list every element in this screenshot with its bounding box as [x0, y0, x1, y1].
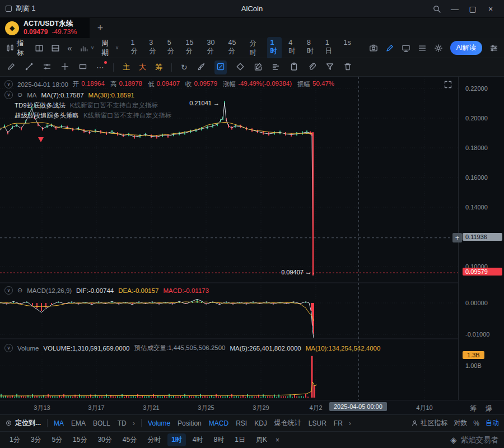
time-axis[interactable]: 3月133月173月213月253月294月24月10 2025-04-05 0…: [0, 400, 504, 414]
community-indicators-button[interactable]: 社区指标: [411, 418, 447, 428]
quick-draw-icon[interactable]: [385, 44, 394, 53]
indicator-Position[interactable]: Position: [178, 418, 202, 428]
pencil-tool-icon[interactable]: [7, 62, 16, 73]
timeframe-分时[interactable]: 分时: [246, 37, 264, 59]
log-scale-button[interactable]: 对数: [454, 418, 467, 428]
layout-rows-icon[interactable]: [51, 44, 60, 53]
collapse-volume-icon[interactable]: ∨: [4, 344, 13, 352]
locate-button[interactable]: 定位到...: [5, 418, 41, 428]
indicator-BOLL[interactable]: BOLL: [93, 419, 110, 427]
timeframe-1s[interactable]: 1s: [340, 37, 354, 59]
edit-tool-icon[interactable]: [254, 62, 263, 73]
settings-sliders-icon[interactable]: [489, 44, 498, 53]
indicator-MACD[interactable]: MACD: [209, 418, 228, 428]
delete-drawings-icon[interactable]: [343, 62, 352, 73]
replay-icon[interactable]: «: [67, 43, 72, 53]
bottom-timeframe-45分[interactable]: 45分: [119, 433, 141, 446]
timeframe-1分[interactable]: 1分: [127, 37, 142, 59]
bottom-timeframe-1分[interactable]: 1分: [6, 433, 24, 446]
bottom-timeframe-3分[interactable]: 3分: [27, 433, 45, 446]
indicator-MA[interactable]: MA: [54, 419, 64, 427]
timeframe-8时[interactable]: 8时: [304, 37, 319, 59]
timeframe-1时[interactable]: 1时: [267, 37, 282, 59]
clipboard-icon[interactable]: [290, 62, 298, 73]
bottom-timeframe-list: 1分3分5分15分30分45分分时1时4时8时1日周K: [6, 433, 271, 446]
chart-type-button[interactable]: ∨: [80, 44, 95, 53]
symbol-tab[interactable]: ◆ ACT/USDT永续 0.09479 -49.73%: [0, 18, 90, 38]
auto-scale-button[interactable]: 自动: [486, 418, 499, 428]
bottom-timeframe-8时[interactable]: 8时: [210, 433, 228, 446]
minimize-button[interactable]: —: [447, 2, 463, 16]
indicator-LSUR[interactable]: LSUR: [309, 418, 326, 428]
timeframe-4时[interactable]: 4时: [285, 37, 300, 59]
horizontal-line-icon[interactable]: [43, 62, 52, 73]
fullscreen-icon[interactable]: [444, 80, 452, 91]
filter-icon[interactable]: [325, 62, 334, 73]
maximize-button[interactable]: ▢: [465, 2, 480, 16]
indicator-TD[interactable]: TD: [118, 419, 127, 427]
multi-screen-icon[interactable]: [402, 44, 410, 53]
period-dropdown[interactable]: 周期∨: [101, 39, 119, 58]
screenshot-icon[interactable]: [369, 44, 378, 53]
indicator-Volume[interactable]: Volume: [148, 418, 170, 428]
collapse-macd-icon[interactable]: ∨: [4, 286, 13, 295]
bottom-timeframe-30分[interactable]: 30分: [94, 433, 115, 446]
rectangle-tool-icon[interactable]: [78, 62, 87, 73]
timeframe-45分[interactable]: 45分: [225, 37, 243, 59]
ai-analysis-button[interactable]: AI解读: [450, 41, 482, 55]
timeframe-5分[interactable]: 5分: [164, 37, 179, 59]
indicator-FR[interactable]: FR: [334, 418, 343, 428]
bottom-timeframe-5分[interactable]: 5分: [48, 433, 66, 446]
volume-ma10: MA(10):134,254,542.4000: [306, 345, 381, 352]
more-sub-indicators[interactable]: ›: [349, 419, 351, 427]
indicator-KDJ[interactable]: KDJ: [254, 418, 267, 428]
timeframe-3分[interactable]: 3分: [146, 37, 161, 59]
bottom-timeframe-周K[interactable]: 周K: [252, 433, 271, 446]
percent-scale-button[interactable]: %: [473, 419, 479, 427]
crosshair-tool-icon[interactable]: [60, 62, 69, 73]
watermark: ◈ 紫焰交易者: [450, 435, 498, 445]
bottom-timeframe-15分[interactable]: 15分: [69, 433, 91, 446]
layout-columns-icon[interactable]: [35, 44, 44, 53]
gear-icon[interactable]: [434, 44, 443, 53]
annotate-tool-icon[interactable]: [214, 60, 227, 74]
collapse-main-icon[interactable]: ∨: [4, 80, 13, 88]
volume-profile-icon[interactable]: [272, 62, 281, 73]
timeframe-30分[interactable]: 30分: [204, 37, 222, 59]
indicator-RSI[interactable]: RSI: [236, 418, 247, 428]
main-chart-button[interactable]: 主: [123, 62, 130, 72]
axis-toggle-爆[interactable]: 爆: [486, 404, 492, 413]
axis-corner-toggles: 筹爆: [458, 404, 504, 413]
add-tab-button[interactable]: +: [90, 18, 111, 38]
indicator-EMA[interactable]: EMA: [71, 419, 86, 427]
crosshair-price-badge: 0.11936: [463, 233, 502, 241]
watermark-logo-icon: ◈: [450, 435, 457, 445]
watchlist-icon[interactable]: [418, 44, 427, 53]
indicator-爆仓统计[interactable]: 爆仓统计: [274, 418, 301, 428]
more-main-indicators[interactable]: ›: [133, 419, 135, 427]
brush-tool-icon[interactable]: [197, 62, 206, 73]
bottom-timeframe-4时[interactable]: 4时: [189, 433, 207, 446]
timeframe-1日[interactable]: 1日: [322, 37, 337, 59]
close-timeframe-icon[interactable]: ×: [276, 436, 279, 444]
link-tool-icon[interactable]: [307, 62, 316, 73]
timeframe-15分[interactable]: 15分: [183, 37, 200, 59]
search-button[interactable]: [429, 2, 445, 16]
bottom-timeframe-1时[interactable]: 1时: [167, 433, 186, 446]
more-tools-icon[interactable]: ⋯: [96, 63, 104, 72]
chip-button[interactable]: 筹: [155, 62, 162, 72]
axis-toggle-筹[interactable]: 筹: [470, 404, 477, 413]
collapse-ma-icon[interactable]: ∨: [4, 91, 13, 99]
bottom-timeframe-1日[interactable]: 1日: [231, 433, 249, 446]
trend-line-icon[interactable]: [25, 62, 34, 73]
big-order-button[interactable]: 大: [139, 62, 146, 72]
measure-tool-icon[interactable]: [236, 62, 245, 73]
add-alert-button[interactable]: +: [452, 233, 462, 242]
indicators-button[interactable]: 指标: [6, 39, 27, 58]
close-button[interactable]: ×: [483, 2, 498, 16]
price-tick-label: 0.20000: [465, 115, 488, 122]
refresh-icon[interactable]: ↻: [181, 63, 188, 72]
bottom-timeframe-分时[interactable]: 分时: [143, 433, 165, 446]
drawing-toolbar: ⋯ 主 大 筹 ↻: [0, 58, 504, 77]
price-axis[interactable]: 0.220000.200000.180000.160000.140000.100…: [458, 77, 504, 400]
